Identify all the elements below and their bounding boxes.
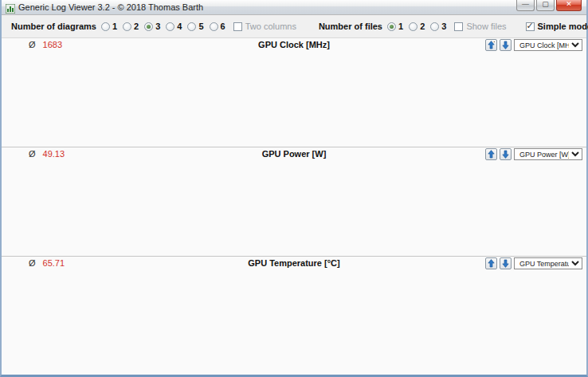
chart-panel-gpu-temperature: Ø 65.71 GPU Temperature [°C] 01020304050… bbox=[2, 257, 586, 375]
radio-icon[interactable] bbox=[210, 22, 218, 31]
radio-label: 1 bbox=[398, 22, 403, 31]
move-series-up-button[interactable]: 05001000150000:0000:0200:0400:0600:0800:… bbox=[485, 39, 497, 51]
radio-label: 2 bbox=[134, 22, 139, 31]
move-series-down-button[interactable] bbox=[500, 148, 512, 160]
move-series-up-button[interactable]: 0102030405000:0000:0200:0400:0600:0800:1… bbox=[485, 148, 497, 160]
average-value: 49.13 bbox=[43, 149, 65, 159]
radio-icon[interactable] bbox=[166, 22, 174, 31]
radio-option-1[interactable]: 1 bbox=[101, 22, 117, 31]
average-symbol: Ø bbox=[29, 149, 36, 159]
radio-icon[interactable] bbox=[409, 22, 417, 31]
average-value: 1683 bbox=[43, 40, 62, 49]
app-logo-icon bbox=[6, 2, 15, 12]
radio-option-6[interactable]: 6 bbox=[210, 22, 225, 31]
radio-icon[interactable] bbox=[430, 22, 439, 31]
minimize-button[interactable]: — bbox=[516, 0, 535, 11]
series-selector[interactable]: GPU Power [W] bbox=[514, 148, 582, 160]
radio-option-1[interactable]: 1 bbox=[387, 22, 403, 31]
radio-icon[interactable] bbox=[144, 22, 153, 31]
app-window: Generic Log Viewer 3.2 - © 2018 Thomas B… bbox=[0, 0, 588, 377]
close-button[interactable]: ✕ bbox=[556, 0, 582, 11]
gpu-temperature-chart bbox=[2, 270, 585, 375]
chart-header: Ø 65.71 GPU Temperature [°C] 01020304050… bbox=[2, 257, 586, 270]
toolbar: Number of diagrams 123456 Two columns Nu… bbox=[2, 15, 586, 38]
radio-option-2[interactable]: 2 bbox=[409, 22, 425, 31]
radio-label: 4 bbox=[177, 22, 182, 31]
average-value: 65.71 bbox=[43, 258, 65, 268]
radio-icon[interactable] bbox=[101, 22, 110, 31]
move-series-down-button[interactable] bbox=[500, 39, 512, 51]
two-columns-label: Two columns bbox=[245, 22, 296, 31]
radio-label: 3 bbox=[155, 22, 160, 31]
two-columns-checkbox[interactable] bbox=[233, 22, 242, 31]
maximize-button[interactable]: ▢ bbox=[536, 0, 555, 11]
chart-header: Ø 49.13 GPU Power [W] 0102030405000:0000… bbox=[2, 147, 586, 161]
radio-label: 6 bbox=[221, 22, 225, 31]
number-of-diagrams-label: Number of diagrams bbox=[11, 22, 96, 31]
close-icon: ✕ bbox=[566, 1, 572, 8]
charts-container: Ø 1683 GPU Clock [MHz] 05001000150000:00… bbox=[2, 38, 586, 375]
radio-icon[interactable] bbox=[187, 22, 196, 31]
radio-option-3[interactable]: 3 bbox=[144, 22, 160, 31]
number-of-files-label: Number of files bbox=[319, 22, 382, 31]
svg-text:1500: 1500 bbox=[493, 41, 495, 44]
series-selector[interactable]: GPU Temperature [°C] bbox=[514, 257, 582, 269]
show-files-label: Show files bbox=[466, 22, 506, 31]
gpu-clock-chart bbox=[2, 52, 585, 147]
series-selector[interactable]: GPU Clock [MHz] bbox=[514, 39, 582, 51]
simple-mode-label: Simple mode bbox=[538, 22, 588, 31]
radio-option-4[interactable]: 4 bbox=[166, 22, 182, 31]
diagram-count-radio-group: 123456 bbox=[101, 22, 225, 31]
show-files-checkbox-item[interactable]: Show files bbox=[454, 22, 506, 31]
radio-label: 5 bbox=[198, 22, 203, 31]
minimize-icon: — bbox=[522, 1, 529, 8]
radio-label: 2 bbox=[420, 22, 425, 31]
radio-icon[interactable] bbox=[123, 22, 131, 31]
move-series-up-button[interactable]: 01020304050607000:0000:0200:0400:0600:08… bbox=[485, 257, 497, 269]
radio-option-2[interactable]: 2 bbox=[123, 22, 139, 31]
chart-panel-gpu-power: Ø 49.13 GPU Power [W] 0102030405000:0000… bbox=[2, 147, 586, 257]
radio-icon[interactable] bbox=[387, 22, 396, 31]
radio-option-3[interactable]: 3 bbox=[430, 22, 446, 31]
chart-header: Ø 1683 GPU Clock [MHz] 05001000150000:00… bbox=[2, 38, 586, 52]
chart-panel-gpu-clock: Ø 1683 GPU Clock [MHz] 05001000150000:00… bbox=[2, 38, 586, 147]
two-columns-checkbox-item[interactable]: Two columns bbox=[233, 22, 296, 31]
file-count-radio-group: 123 bbox=[387, 22, 446, 31]
average-symbol: Ø bbox=[29, 258, 36, 268]
show-files-checkbox[interactable] bbox=[454, 22, 463, 31]
maximize-icon: ▢ bbox=[542, 1, 549, 8]
radio-label: 3 bbox=[441, 22, 446, 31]
radio-option-5[interactable]: 5 bbox=[187, 22, 203, 31]
title-bar: Generic Log Viewer 3.2 - © 2018 Thomas B… bbox=[2, 0, 586, 15]
gpu-power-chart bbox=[2, 161, 585, 256]
window-title: Generic Log Viewer 3.2 - © 2018 Thomas B… bbox=[18, 2, 203, 12]
average-symbol: Ø bbox=[29, 40, 36, 49]
simple-mode-checkbox-item[interactable]: Simple mode bbox=[526, 22, 588, 31]
radio-label: 1 bbox=[112, 22, 117, 31]
simple-mode-checkbox[interactable] bbox=[526, 22, 535, 31]
move-series-down-button[interactable] bbox=[500, 257, 512, 269]
